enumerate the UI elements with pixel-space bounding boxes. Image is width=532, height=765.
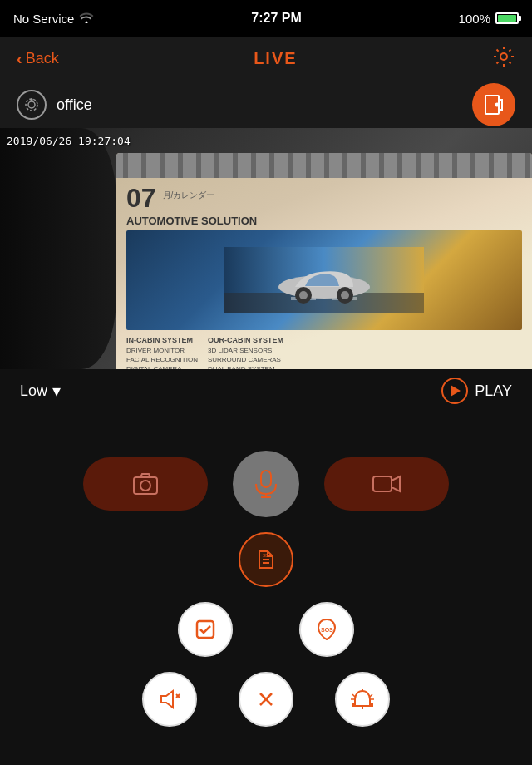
controls-row-3: SOS <box>0 602 532 657</box>
nav-bar: ‹ Back LIVE <box>0 37 532 81</box>
check-button[interactable] <box>178 602 233 657</box>
video-background: 07 月/カレンダー AUTOMOTIVE SOLUTION <box>0 128 532 369</box>
status-time: 7:27 PM <box>251 11 301 26</box>
svg-point-0 <box>500 53 507 60</box>
svg-rect-20 <box>373 476 392 491</box>
close-button[interactable] <box>239 672 293 727</box>
camera-info: office <box>17 90 92 120</box>
svg-point-1 <box>28 101 35 108</box>
quality-label: Low <box>20 382 47 400</box>
video-record-button[interactable] <box>324 457 449 511</box>
video-timestamp: 2019/06/26 19:27:04 <box>7 135 131 147</box>
svg-line-33 <box>370 694 372 697</box>
video-calendar-content: 07 月/カレンダー AUTOMOTIVE SOLUTION <box>116 153 532 369</box>
back-chevron-icon: ‹ <box>17 49 22 68</box>
svg-point-16 <box>140 481 150 491</box>
play-label: PLAY <box>475 382 512 400</box>
battery-icon <box>495 12 519 24</box>
calendar-month: 07 <box>126 185 156 211</box>
video-feed: 07 月/カレンダー AUTOMOTIVE SOLUTION <box>0 128 532 369</box>
svg-text:SD: SD <box>263 553 268 558</box>
svg-point-3 <box>31 99 32 101</box>
svg-line-32 <box>352 694 355 697</box>
status-left: No Service <box>13 12 94 26</box>
controls-row-2: SD <box>0 532 532 587</box>
controls-row-1 <box>0 451 532 517</box>
mute-button[interactable] <box>142 672 197 727</box>
quality-selector[interactable]: Low ▾ <box>20 381 61 401</box>
camera-header: office <box>0 81 532 128</box>
calendar-subtitle: 月/カレンダー <box>163 190 215 201</box>
svg-point-12 <box>299 291 308 299</box>
calendar-spiral <box>116 153 532 178</box>
svg-point-5 <box>496 104 499 106</box>
carrier-label: No Service <box>13 12 74 26</box>
back-button[interactable]: ‹ Back <box>17 49 59 68</box>
camera-name-label: office <box>57 96 92 114</box>
back-label: Back <box>26 50 59 67</box>
alarm-button[interactable] <box>335 672 390 727</box>
calendar-title: AUTOMOTIVE SOLUTION <box>126 215 522 227</box>
status-bar: No Service 7:27 PM 100% <box>0 0 532 37</box>
svg-rect-24 <box>197 621 214 638</box>
svg-point-14 <box>341 291 349 299</box>
controls-row-4 <box>0 672 532 727</box>
battery-label: 100% <box>459 12 490 26</box>
nav-title: LIVE <box>254 49 297 68</box>
quality-chevron-icon: ▾ <box>52 381 61 401</box>
door-button[interactable] <box>472 83 515 126</box>
sd-card-button[interactable]: SD <box>239 532 293 587</box>
svg-rect-17 <box>261 471 271 487</box>
sos-button[interactable]: SOS <box>299 602 354 657</box>
controls-area: SD SOS <box>0 412 532 765</box>
calendar-image <box>126 230 522 330</box>
play-triangle-icon <box>451 385 461 397</box>
video-dark-overlay <box>0 128 116 369</box>
settings-gear-icon[interactable] <box>492 45 515 73</box>
play-button[interactable]: PLAY <box>441 378 512 404</box>
status-right: 100% <box>459 12 519 26</box>
camera-device-icon <box>17 90 47 120</box>
controls-bar: Low ▾ PLAY <box>0 369 532 412</box>
svg-text:SOS: SOS <box>321 627 333 633</box>
wifi-icon <box>79 12 94 26</box>
calendar-body: 07 月/カレンダー AUTOMOTIVE SOLUTION <box>116 178 532 369</box>
microphone-button[interactable] <box>233 451 299 517</box>
photo-button[interactable] <box>83 457 208 511</box>
play-circle-icon <box>441 378 468 404</box>
calendar-features: IN-CABIN SYSTEM DRIVER MONITOR FACIAL RE… <box>126 335 522 369</box>
